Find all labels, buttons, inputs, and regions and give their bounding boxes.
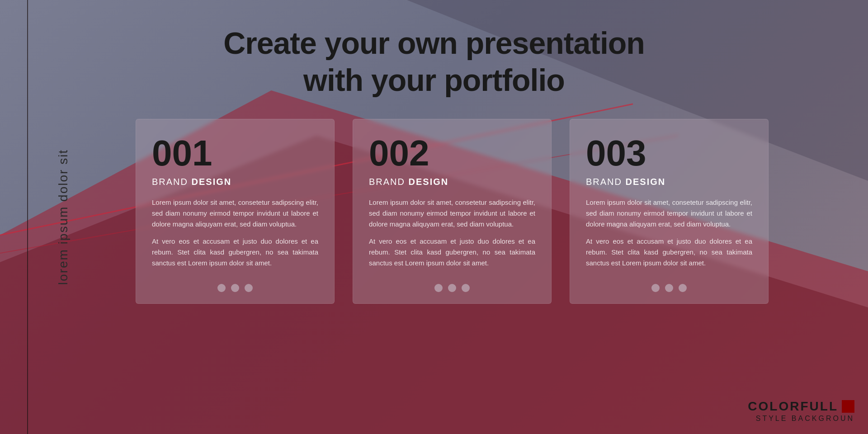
card-3-paragraph1: Lorem ipsum dolor sit amet, consetetur s…	[586, 197, 752, 230]
card-3-number: 003	[586, 135, 752, 171]
card-3-subtitle: BRAND DESIGN	[586, 177, 752, 187]
page-title: Create your own presentation with your p…	[223, 25, 645, 99]
card-3-dot-1	[651, 284, 660, 292]
card-1-subtitle: BRAND DESIGN	[152, 177, 318, 187]
card-1-dot-3	[245, 284, 253, 292]
brand-sub: STYLE BACKGROUN	[748, 415, 854, 423]
brand-name: COLORFULL	[748, 399, 854, 414]
card-1-dot-2	[231, 284, 239, 292]
card-1-footer	[152, 275, 318, 303]
card-1: 001 BRAND DESIGN Lorem ipsum dolor sit a…	[136, 119, 335, 304]
vertical-text: lorem ipsum dolor sit	[56, 149, 71, 285]
card-2-paragraph2: At vero eos et accusam et justo duo dolo…	[369, 236, 535, 269]
card-2-dot-2	[448, 284, 456, 292]
card-1-number: 001	[152, 135, 318, 171]
card-1-paragraph2: At vero eos et accusam et justo duo dolo…	[152, 236, 318, 269]
main-content: Create your own presentation with your p…	[0, 0, 868, 434]
card-1-dot-1	[217, 284, 226, 292]
card-1-paragraph1: Lorem ipsum dolor sit amet, consetetur s…	[152, 197, 318, 230]
card-3: 003 BRAND DESIGN Lorem ipsum dolor sit a…	[570, 119, 769, 304]
card-2-number: 002	[369, 135, 535, 171]
header: Create your own presentation with your p…	[223, 25, 645, 99]
card-2-subtitle: BRAND DESIGN	[369, 177, 535, 187]
card-2-footer	[369, 275, 535, 303]
card-2-paragraph1: Lorem ipsum dolor sit amet, consetetur s…	[369, 197, 535, 230]
card-2-dot-3	[462, 284, 470, 292]
card-2: 002 BRAND DESIGN Lorem ipsum dolor sit a…	[353, 119, 552, 304]
brand-accent-block	[842, 400, 854, 413]
card-2-dot-1	[434, 284, 443, 292]
brand: COLORFULL STYLE BACKGROUN	[748, 399, 854, 423]
card-3-dot-3	[679, 284, 687, 292]
card-3-paragraph2: At vero eos et accusam et justo duo dolo…	[586, 236, 752, 269]
card-3-dot-2	[665, 284, 673, 292]
cards-container: 001 BRAND DESIGN Lorem ipsum dolor sit a…	[136, 119, 769, 304]
card-3-footer	[586, 275, 752, 303]
